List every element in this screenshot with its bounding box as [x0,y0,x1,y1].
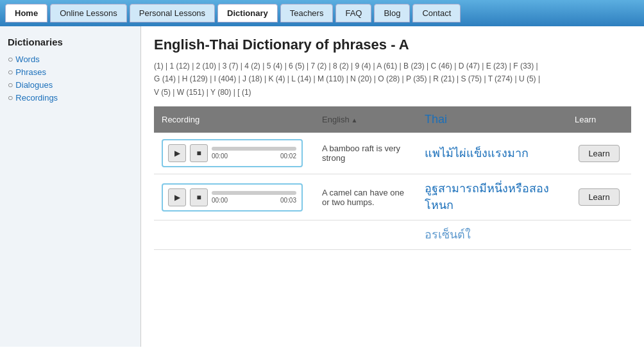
sidebar-link-phrases[interactable]: Phrases [15,67,46,77]
learn-button-1[interactable]: Learn [579,145,619,162]
sidebar-menu: Words Phrases Dialogues Recordings [8,54,133,103]
content-area: English-Thai Dictionary of phrases - A (… [141,26,644,347]
time-labels-1: 00:00 00:02 [212,153,296,160]
table-row: ▶ ■ 00:00 00:03 [154,174,631,220]
nav-tab-home[interactable]: Home [5,4,47,22]
cell-learn-2: Learn [567,174,631,220]
col-header-learn: Learn [567,106,631,133]
dictionary-table: Recording English Thai Learn ▶ ■ [154,106,631,250]
audio-progress-2: 00:00 00:03 [212,191,296,204]
audio-progress-1: 00:00 00:02 [212,147,296,160]
time-labels-2: 00:00 00:03 [212,197,296,204]
cell-thai-2: อูฐสามารถมีหนึ่งหรือสองโหนก [417,174,567,220]
nav-tab-teachers[interactable]: Teachers [280,4,334,22]
play-button-1[interactable]: ▶ [168,144,186,162]
col-header-thai: Thai [417,106,567,133]
cell-thai-3: อรเซ็นต์ใ [417,220,567,249]
cell-recording-3 [154,220,314,249]
sidebar-item-phrases[interactable]: Phrases [8,67,133,77]
cell-thai-1: แพไม้ไผ่แข็งแรงมาก [417,133,567,174]
sidebar-link-dialogues[interactable]: Dialogues [15,80,53,90]
cell-learn-1: Learn [567,133,631,174]
col-header-english[interactable]: English [314,106,417,133]
cell-learn-3 [567,220,631,249]
learn-button-2[interactable]: Learn [579,188,619,206]
navigation-bar: Home Online Lessons Personal Lessons Dic… [0,0,644,26]
sidebar-title: Dictionaries [8,37,133,47]
cell-english-3 [314,220,417,249]
audio-player-1: ▶ ■ 00:00 00:02 [162,139,303,167]
time-end-2: 00:03 [280,197,296,204]
nav-tab-faq[interactable]: FAQ [335,4,371,22]
sidebar-item-dialogues[interactable]: Dialogues [8,79,133,90]
page-title: English-Thai Dictionary of phrases - A [154,37,631,53]
cell-recording-1: ▶ ■ 00:00 00:02 [154,133,314,174]
sidebar-link-recordings[interactable]: Recordings [15,93,58,103]
progress-track-2[interactable] [212,191,296,195]
filter-links: (1) | 1 (12) | 2 (10) | 3 (7) | 4 (2) | … [154,60,631,99]
table-header-row: Recording English Thai Learn [154,106,631,133]
nav-tab-online-lessons[interactable]: Online Lessons [50,4,127,22]
time-start-2: 00:00 [212,197,228,204]
nav-tab-dictionary[interactable]: Dictionary [217,4,278,22]
nav-tab-personal-lessons[interactable]: Personal Lessons [130,4,215,22]
stop-button-1[interactable]: ■ [190,144,208,162]
sidebar-item-recordings[interactable]: Recordings [8,92,133,103]
play-button-2[interactable]: ▶ [168,188,186,206]
cell-english-1: A bamboo raft is very strong [314,133,417,174]
filter-line-1: (1) | 1 (12) | 2 (10) | 3 (7) | 4 (2) | … [154,62,538,71]
filter-line-2: G (14) | H (129) | I (404) | J (18) | K … [154,74,540,83]
table-row: ▶ ■ 00:00 00:02 [154,133,631,174]
time-end-1: 00:02 [280,153,296,160]
filter-line-3: V (5) | W (151) | Y (80) | [ (1) [154,88,251,97]
stop-button-2[interactable]: ■ [190,188,208,206]
time-start-1: 00:00 [212,153,228,160]
nav-tab-contact[interactable]: Contact [412,4,461,22]
progress-track-1[interactable] [212,147,296,151]
cell-recording-2: ▶ ■ 00:00 00:03 [154,174,314,220]
nav-tab-blog[interactable]: Blog [374,4,410,22]
col-header-recording: Recording [154,106,314,133]
sidebar: Dictionaries Words Phrases Dialogues Rec… [0,26,141,347]
audio-player-2: ▶ ■ 00:00 00:03 [162,183,303,212]
main-layout: Dictionaries Words Phrases Dialogues Rec… [0,26,644,347]
cell-english-2: A camel can have one or two humps. [314,174,417,220]
sidebar-link-words[interactable]: Words [15,54,39,64]
sidebar-item-words[interactable]: Words [8,54,133,64]
table-row: อรเซ็นต์ใ [154,220,631,249]
